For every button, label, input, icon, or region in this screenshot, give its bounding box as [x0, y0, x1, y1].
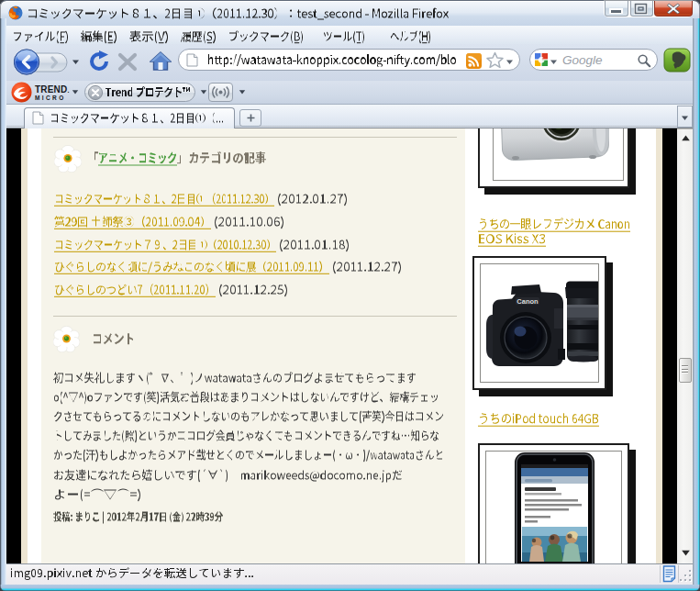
svg-text:Canon: Canon: [517, 297, 539, 306]
